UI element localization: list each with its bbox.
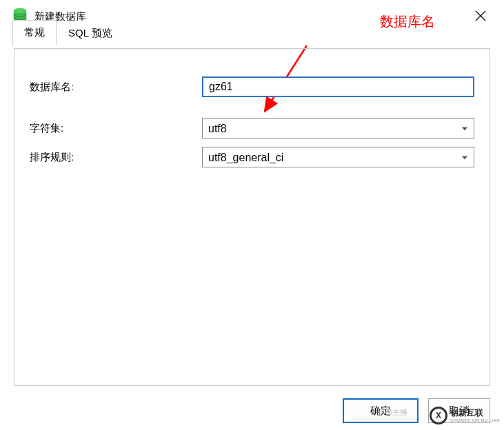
label-charset: 字符集: — [30, 122, 202, 135]
close-icon[interactable] — [470, 8, 492, 25]
tab-strip: 常规 SQL 预览 — [12, 21, 124, 46]
row-db-name: 数据库名: — [30, 76, 474, 97]
watermark-small: @稀主播 — [377, 407, 407, 418]
brand-sub: CHUANG XIN HU LIAN — [450, 418, 500, 422]
dialog-panel: 数据库名: 字符集: utf8 排序规则: utf8_general_ci — [14, 48, 490, 386]
svg-point-1 — [14, 8, 26, 13]
row-collation: 排序规则: utf8_general_ci — [30, 147, 474, 167]
tab-sql-preview[interactable]: SQL 预览 — [57, 21, 124, 46]
input-db-name[interactable] — [202, 76, 474, 97]
tab-general[interactable]: 常规 — [12, 20, 57, 46]
label-collation: 排序规则: — [30, 151, 202, 164]
select-collation[interactable]: utf8_general_ci — [202, 147, 474, 167]
brand-name: 创新互联 — [450, 409, 500, 418]
brand-watermark: X 创新互联 CHUANG XIN HU LIAN — [430, 407, 500, 424]
label-db-name: 数据库名: — [30, 81, 202, 94]
annotation-label: 数据库名 — [380, 12, 435, 31]
form-area: 数据库名: 字符集: utf8 排序规则: utf8_general_ci — [14, 49, 490, 191]
select-charset[interactable]: utf8 — [202, 118, 474, 139]
brand-logo-icon: X — [430, 407, 447, 424]
row-charset: 字符集: utf8 — [30, 118, 474, 139]
